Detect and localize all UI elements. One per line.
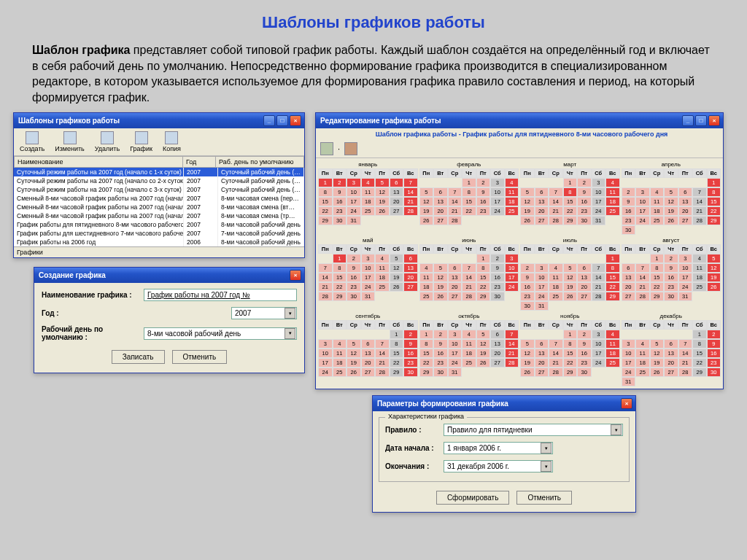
rule-select[interactable]: Правило для пятидневки▾ bbox=[444, 424, 623, 436]
month-title: январь bbox=[318, 160, 418, 168]
month: июльПнВтСрЧтПтСбВс1234567891011121314151… bbox=[519, 236, 621, 311]
save-icon[interactable] bbox=[320, 142, 333, 155]
month-title: июль bbox=[520, 236, 620, 244]
month: февральПнВтСрЧтПтСбВс1234567891011121314… bbox=[419, 160, 520, 236]
month: декабрьПнВтСрЧтПтСбВс1234567891011121314… bbox=[621, 311, 722, 387]
month: январьПнВтСрЧтПтСбВс12345678910111213141… bbox=[317, 160, 419, 236]
window-title: Редактирование графика работы bbox=[320, 117, 441, 125]
maximize-icon[interactable]: □ bbox=[695, 115, 707, 126]
tool-label: Удалить bbox=[95, 145, 120, 152]
rule-label: Правило : bbox=[385, 426, 444, 434]
day-value: 8-ми часовой рабочий день bbox=[147, 330, 241, 338]
tool-Копия[interactable]: Копия bbox=[160, 130, 184, 154]
intro-body: представляет собой типовой график работы… bbox=[32, 44, 710, 104]
close-icon[interactable]: × bbox=[290, 115, 301, 126]
spinner-icon[interactable]: ▾ bbox=[285, 308, 295, 319]
month: июньПнВтСрЧтПтСбВс1234567891011121314151… bbox=[419, 236, 520, 311]
month-title: ноябрь bbox=[520, 312, 620, 320]
table-row[interactable]: График работы для пятидневного 8-ми часо… bbox=[14, 220, 304, 229]
month-title: сентябрь bbox=[318, 312, 418, 320]
month: мартПнВтСрЧтПтСбВс1234567891011121314151… bbox=[519, 160, 621, 236]
separator: · bbox=[338, 144, 340, 153]
cancel-button[interactable]: Отменить bbox=[172, 350, 228, 364]
titlebar[interactable]: Параметры формирования графика × bbox=[373, 396, 635, 411]
month: ноябрьПнВтСрЧтПтСбВс12345678910111213141… bbox=[519, 311, 621, 387]
tool-Создать[interactable]: Создать bbox=[17, 130, 47, 154]
name-input[interactable]: График работы на 2007 год № bbox=[144, 289, 297, 301]
save-button[interactable]: Записать bbox=[112, 350, 165, 364]
month: апрельПнВтСрЧтПтСбВс12345678910111213141… bbox=[621, 160, 722, 236]
close-icon[interactable]: × bbox=[621, 398, 632, 409]
month-title: июнь bbox=[419, 236, 519, 244]
templates-list-window: Шаблоны графиков работы _ □ × СоздатьИзм… bbox=[13, 112, 305, 258]
grid-footer: Графики bbox=[14, 246, 304, 257]
tool-Удалить[interactable]: Удалить bbox=[92, 130, 123, 154]
page-title: Шаблоны графиков работы bbox=[0, 0, 747, 42]
titlebar[interactable]: Редактирование графика работы _ □ × bbox=[316, 113, 723, 128]
start-label: Дата начала : bbox=[385, 444, 444, 452]
table-row[interactable]: График работы для шестидневного 7-ми час… bbox=[14, 229, 304, 238]
chevron-down-icon[interactable]: ▾ bbox=[285, 328, 295, 339]
month: августПнВтСрЧтПтСбВс12345678910111213141… bbox=[621, 236, 722, 311]
month: майПнВтСрЧтПтСбВс12345678910111213141516… bbox=[317, 236, 419, 311]
year-label: Год : bbox=[42, 309, 144, 317]
end-date-input[interactable]: 31 декабря 2006 г.▾ bbox=[444, 460, 553, 472]
month-title: декабрь bbox=[622, 312, 721, 320]
col-year[interactable]: Год bbox=[183, 156, 216, 168]
editor-subtitle: Шаблон графика работы - График работы дл… bbox=[316, 128, 723, 140]
titlebar[interactable]: Шаблоны графиков работы _ □ × bbox=[14, 113, 304, 128]
tool-label: Изменить bbox=[55, 145, 85, 152]
table-row[interactable]: Суточный режим работы на 2007 год (начал… bbox=[14, 185, 304, 194]
close-icon[interactable]: × bbox=[708, 115, 720, 126]
month-title: апрель bbox=[622, 160, 721, 168]
chevron-down-icon[interactable]: ▾ bbox=[611, 424, 622, 435]
end-value: 31 декабря 2006 г. bbox=[447, 462, 509, 470]
col-day[interactable]: Раб. день по умолчанию bbox=[216, 156, 304, 168]
tool-label: График bbox=[130, 145, 152, 152]
month: октябрьПнВтСрЧтПтСбВс1234567891011121314… bbox=[419, 311, 520, 387]
calendar-grid[interactable]: январьПнВтСрЧтПтСбВс12345678910111213141… bbox=[316, 158, 723, 389]
month-title: август bbox=[622, 236, 721, 244]
year-input[interactable]: 2007▾ bbox=[231, 307, 297, 319]
col-name[interactable]: Наименование bbox=[14, 156, 183, 168]
toolbar: СоздатьИзменитьУдалитьГрафикКопия bbox=[14, 128, 304, 156]
table-row[interactable]: График работы на 2006 год20068-ми часово… bbox=[14, 238, 304, 246]
titlebar[interactable]: Создание графика × bbox=[34, 268, 304, 283]
cancel-button[interactable]: Отменить bbox=[516, 491, 572, 505]
start-value: 1 января 2006 г. bbox=[447, 444, 501, 452]
table-row[interactable]: Суточный режим работы на 2007 год (начал… bbox=[14, 176, 304, 185]
day-select[interactable]: 8-ми часовой рабочий день▾ bbox=[144, 327, 297, 340]
minimize-icon[interactable]: _ bbox=[682, 115, 694, 126]
tool-icon bbox=[26, 131, 39, 144]
minimize-icon[interactable]: _ bbox=[263, 115, 275, 126]
maximize-icon[interactable]: □ bbox=[276, 115, 288, 126]
grid-header: Наименование Год Раб. день по умолчанию bbox=[14, 156, 304, 168]
start-date-input[interactable]: 1 января 2006 г.▾ bbox=[444, 442, 553, 454]
tool-icon[interactable] bbox=[344, 142, 357, 155]
window-title: Параметры формирования графика bbox=[377, 400, 508, 408]
chevron-down-icon[interactable]: ▾ bbox=[541, 443, 551, 454]
table-row[interactable]: Сменный 8-ми часовой график работы на 20… bbox=[14, 211, 304, 220]
table-row[interactable]: Сменный 8-ми часовой график работы на 20… bbox=[14, 203, 304, 211]
params-dialog: Параметры формирования графика × Характе… bbox=[372, 395, 636, 513]
window-title: Создание графика bbox=[39, 271, 106, 279]
intro-bold: Шаблон графика bbox=[32, 44, 133, 56]
tool-label: Создать bbox=[20, 145, 44, 152]
create-dialog: Создание графика × Наименование графика … bbox=[34, 267, 305, 373]
close-icon[interactable]: × bbox=[290, 270, 301, 281]
generate-button[interactable]: Сформировать bbox=[436, 491, 510, 505]
month-title: октябрь bbox=[419, 312, 519, 320]
group-characteristics: Характеристики графика Правило : Правило… bbox=[379, 417, 630, 482]
rule-value: Правило для пятидневки bbox=[447, 426, 533, 434]
editor-toolbar: · bbox=[316, 140, 723, 158]
end-label: Окончания : bbox=[385, 462, 444, 470]
table-row[interactable]: Сменный 8-ми часовой график работы на 20… bbox=[14, 194, 304, 203]
chevron-down-icon[interactable]: ▾ bbox=[541, 461, 551, 472]
tool-icon bbox=[63, 131, 77, 144]
editor-window: Редактирование графика работы _ □ × Шабл… bbox=[315, 112, 724, 389]
tool-График[interactable]: График bbox=[127, 130, 155, 154]
group-legend: Характеристики графика bbox=[385, 413, 467, 420]
table-row[interactable]: Суточный режим работы на 2007 год (начал… bbox=[14, 168, 304, 176]
tool-Изменить[interactable]: Изменить bbox=[52, 130, 88, 154]
grid-body[interactable]: Суточный режим работы на 2007 год (начал… bbox=[14, 168, 304, 246]
